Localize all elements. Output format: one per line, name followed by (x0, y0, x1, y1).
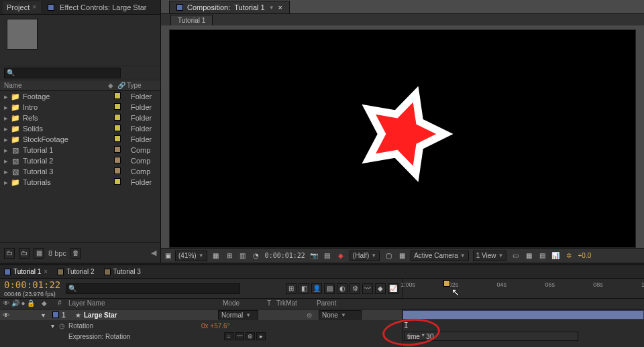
project-item[interactable]: ▸📁FootageFolder (0, 91, 160, 102)
project-item[interactable]: ▸📁RefsFolder (0, 113, 160, 123)
timeline-search-input[interactable] (66, 283, 240, 294)
roi-icon[interactable]: ▢ (384, 251, 393, 261)
timeline-tab[interactable]: Tutorial 3 (104, 268, 141, 275)
project-item[interactable]: ▸📁SolidsFolder (0, 123, 160, 134)
transparency-grid-icon[interactable]: ▦ (397, 251, 407, 261)
label-swatch[interactable] (112, 135, 123, 143)
bpc-label[interactable]: 8 bpc (48, 249, 66, 257)
parent-column[interactable]: Parent (314, 299, 381, 309)
label-swatch[interactable] (112, 92, 123, 100)
twirl-icon[interactable]: ▸ (4, 125, 11, 133)
label-swatch[interactable] (112, 125, 123, 133)
twirl-icon[interactable]: ▸ (4, 114, 11, 123)
column-name[interactable]: Name (4, 82, 108, 89)
grid-icon[interactable]: ▦ (211, 251, 221, 261)
comp-inner-tab[interactable]: Tutorial 1 (170, 15, 213, 25)
chevron-down-icon[interactable]: ▼ (269, 5, 274, 11)
column-type[interactable]: Type (127, 82, 156, 89)
twirl-icon[interactable]: ▾ (51, 322, 59, 330)
project-item[interactable]: ▸📁TutorialsFolder (0, 177, 160, 188)
project-tab[interactable]: Project × (3, 1, 42, 13)
timeline-tab[interactable]: Tutorial 1× (4, 268, 48, 275)
twirl-icon[interactable]: ▾ (42, 311, 50, 319)
new-comp-button[interactable]: ▦ (34, 248, 44, 259)
layer-color-swatch[interactable] (52, 311, 59, 318)
current-time-display[interactable]: 0:00:01:22 00046 (23.976 fps) (4, 280, 60, 297)
project-item[interactable]: ▸▧Tutorial 1Comp (0, 145, 160, 155)
twirl-icon[interactable]: ▸ (4, 92, 11, 101)
snapshot-icon[interactable]: 📷 (309, 251, 319, 261)
chevron-left-icon[interactable]: ◀ (151, 249, 156, 257)
frame-blend-button[interactable]: ▤ (324, 283, 335, 294)
label-swatch[interactable] (112, 114, 123, 122)
guides-icon[interactable]: ⊞ (225, 251, 234, 261)
zoom-dropdown[interactable]: (41%) ▼ (175, 251, 207, 261)
rotation-value[interactable]: 0x +57.6° (201, 322, 230, 330)
time-ruler[interactable]: 1:00s02s04s06s08s10s↖ (402, 279, 644, 298)
layer-duration-bar[interactable] (402, 310, 644, 320)
brainstorm-button[interactable]: ⚙ (350, 283, 360, 294)
trkmat-column[interactable]: TrkMat (274, 299, 314, 309)
views-dropdown[interactable]: 1 View ▼ (473, 251, 507, 261)
project-item[interactable]: ▸▧Tutorial 3Comp (0, 166, 160, 177)
property-row-rotation[interactable]: ▾ ◷ Rotation 0x +57.6° (0, 320, 402, 331)
delete-button[interactable]: 🗑 (70, 248, 81, 259)
twirl-icon[interactable]: ▸ (4, 146, 11, 155)
resolution-dropdown[interactable]: (Half) ▼ (350, 251, 380, 261)
graph-editor-toggle[interactable]: 📈 (388, 283, 398, 294)
label-swatch[interactable] (112, 103, 123, 111)
fast-previews-icon[interactable]: ▦ (524, 251, 533, 261)
comp-panel-tab[interactable]: Composition: Tutorial 1 ▼ × (169, 1, 290, 13)
viewer-square-icon[interactable]: ▣ (165, 252, 171, 259)
show-snapshot-icon[interactable]: ▤ (323, 251, 332, 261)
expression-language-button[interactable]: ▸ (256, 332, 266, 340)
label-swatch[interactable] (112, 178, 123, 186)
expression-enable-button[interactable]: = (224, 332, 233, 340)
exposure-reset-icon[interactable]: ✲ (564, 251, 574, 261)
composition-viewer[interactable] (169, 29, 636, 248)
viewer-timecode[interactable]: 0:00:01:22 (265, 252, 305, 259)
expression-pickwhip-button[interactable]: ⊚ (246, 332, 255, 340)
parent-dropdown[interactable]: None ▼ (319, 310, 362, 320)
close-icon[interactable]: × (278, 3, 282, 11)
stopwatch-icon[interactable]: ◷ (59, 322, 67, 330)
twirl-icon[interactable]: ▸ (4, 103, 11, 112)
twirl-icon[interactable]: ▸ (4, 167, 11, 176)
hide-shy-button[interactable]: 👤 (311, 283, 322, 294)
twirl-icon[interactable]: ▸ (4, 157, 11, 165)
interpret-footage-button[interactable]: 🗀 (4, 248, 15, 259)
close-icon[interactable]: × (32, 3, 36, 11)
label-swatch[interactable] (112, 167, 123, 176)
new-folder-button[interactable]: 🗀 (19, 248, 30, 259)
project-item-list[interactable]: ▸📁FootageFolder▸📁IntroFolder▸📁RefsFolder… (0, 91, 160, 242)
timeline-tracks[interactable]: I time * 30 (402, 309, 644, 347)
expression-text-field[interactable]: time * 30 (404, 332, 578, 341)
close-icon[interactable]: × (44, 268, 48, 275)
layer-name[interactable]: Large Star (84, 311, 198, 319)
timeline-tab[interactable]: Tutorial 2 (57, 268, 94, 275)
pickwhip-icon[interactable]: ⊚ (307, 311, 316, 319)
project-item[interactable]: ▸📁IntroFolder (0, 102, 160, 113)
graph-editor-button[interactable]: 〰 (362, 283, 373, 294)
exposure-value[interactable]: +0.0 (578, 252, 591, 259)
timeline-icon[interactable]: ▤ (537, 251, 547, 261)
project-item[interactable]: ▸📁StockFootageFolder (0, 134, 160, 145)
camera-dropdown[interactable]: Active Camera ▼ (411, 251, 469, 261)
label-swatch[interactable] (112, 146, 123, 154)
flowchart-icon[interactable]: 📊 (551, 251, 560, 261)
effect-controls-tab[interactable]: Effect Controls: Large Star (60, 3, 146, 11)
pixel-aspect-icon[interactable]: ▭ (511, 251, 520, 261)
layername-column[interactable]: Layer Name (66, 299, 220, 309)
auto-keyframe-button[interactable]: ◆ (375, 283, 386, 294)
blend-mode-dropdown[interactable]: Normal ▼ (218, 310, 258, 320)
layer-row[interactable]: 👁 ▾ 1 ★ Large Star Normal ▼ ⊚ (0, 309, 402, 320)
comp-mini-flowchart-button[interactable]: ⊞ (286, 283, 297, 294)
mask-icon[interactable]: ▥ (238, 251, 248, 261)
project-search-input[interactable] (4, 68, 121, 78)
channel-icon[interactable]: ◆ (336, 251, 345, 261)
twirl-icon[interactable]: ▸ (4, 178, 11, 187)
label-swatch[interactable] (112, 157, 123, 165)
motion-blur-button[interactable]: ◐ (337, 283, 347, 294)
twirl-icon[interactable]: ▸ (4, 135, 11, 144)
eye-toggle[interactable]: 👁 (3, 311, 12, 319)
